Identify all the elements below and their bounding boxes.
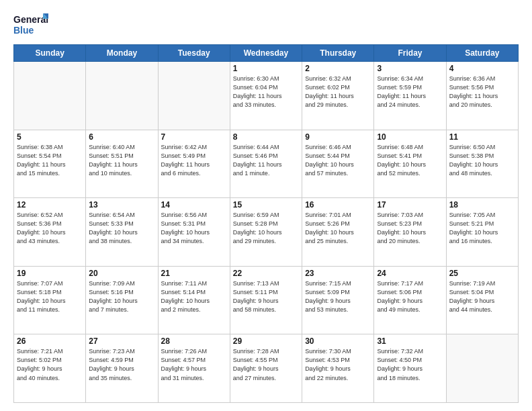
day-number: 25 [449,269,515,278]
day-number: 3 [377,64,443,73]
calendar-cell: 11Sunrise: 6:50 AM Sunset: 5:38 PM Dayli… [446,130,518,198]
day-number: 12 [17,200,83,210]
day-number: 9 [305,132,371,142]
calendar-cell: 19Sunrise: 7:07 AM Sunset: 5:18 PM Dayli… [14,266,86,334]
day-number: 24 [377,269,443,278]
day-number: 1 [233,64,299,73]
day-info: Sunrise: 6:36 AM Sunset: 5:56 PM Dayligh… [449,75,515,109]
calendar-cell [86,62,158,130]
day-info: Sunrise: 7:30 AM Sunset: 4:53 PM Dayligh… [305,347,371,382]
weekday-header-sunday: Sunday [14,45,86,62]
day-info: Sunrise: 7:17 AM Sunset: 5:06 PM Dayligh… [377,279,443,314]
day-info: Sunrise: 6:38 AM Sunset: 5:54 PM Dayligh… [17,143,83,178]
day-number: 20 [89,269,154,278]
day-info: Sunrise: 7:26 AM Sunset: 4:57 PM Dayligh… [161,347,227,382]
day-number: 19 [17,269,83,278]
calendar-cell: 27Sunrise: 7:23 AM Sunset: 4:59 PM Dayli… [86,334,158,403]
calendar-cell: 20Sunrise: 7:09 AM Sunset: 5:16 PM Dayli… [86,266,158,334]
day-number: 6 [89,132,154,142]
calendar-cell: 3Sunrise: 6:34 AM Sunset: 5:59 PM Daylig… [374,62,446,130]
calendar-cell: 6Sunrise: 6:40 AM Sunset: 5:51 PM Daylig… [86,130,158,198]
day-info: Sunrise: 6:50 AM Sunset: 5:38 PM Dayligh… [449,143,515,178]
day-number: 26 [17,336,83,346]
day-info: Sunrise: 6:32 AM Sunset: 6:02 PM Dayligh… [305,75,371,109]
day-number: 8 [233,132,299,142]
day-info: Sunrise: 7:09 AM Sunset: 5:16 PM Dayligh… [89,279,154,314]
calendar-cell: 30Sunrise: 7:30 AM Sunset: 4:53 PM Dayli… [302,334,374,403]
weekday-header-thursday: Thursday [302,45,374,62]
day-info: Sunrise: 7:23 AM Sunset: 4:59 PM Dayligh… [89,347,154,382]
calendar-cell: 10Sunrise: 6:48 AM Sunset: 5:41 PM Dayli… [374,130,446,198]
calendar-cell: 15Sunrise: 6:59 AM Sunset: 5:28 PM Dayli… [230,198,302,267]
calendar-cell: 9Sunrise: 6:46 AM Sunset: 5:44 PM Daylig… [302,130,374,198]
calendar-cell: 18Sunrise: 7:05 AM Sunset: 5:21 PM Dayli… [446,198,518,267]
day-number: 7 [161,132,227,142]
day-number: 17 [377,200,443,210]
calendar-cell: 24Sunrise: 7:17 AM Sunset: 5:06 PM Dayli… [374,266,446,334]
day-info: Sunrise: 6:34 AM Sunset: 5:59 PM Dayligh… [377,75,443,109]
calendar-cell: 16Sunrise: 7:01 AM Sunset: 5:26 PM Dayli… [302,198,374,267]
calendar-cell: 4Sunrise: 6:36 AM Sunset: 5:56 PM Daylig… [446,62,518,130]
calendar-cell: 25Sunrise: 7:19 AM Sunset: 5:04 PM Dayli… [446,266,518,334]
day-number: 5 [17,132,83,142]
day-info: Sunrise: 7:28 AM Sunset: 4:55 PM Dayligh… [233,347,299,382]
calendar-cell: 29Sunrise: 7:28 AM Sunset: 4:55 PM Dayli… [230,334,302,403]
day-number: 18 [449,200,515,210]
calendar-cell: 28Sunrise: 7:26 AM Sunset: 4:57 PM Dayli… [158,334,230,403]
day-info: Sunrise: 6:44 AM Sunset: 5:46 PM Dayligh… [233,143,299,178]
day-info: Sunrise: 6:52 AM Sunset: 5:36 PM Dayligh… [17,211,83,246]
day-info: Sunrise: 7:15 AM Sunset: 5:09 PM Dayligh… [305,279,371,314]
calendar-cell: 1Sunrise: 6:30 AM Sunset: 6:04 PM Daylig… [230,62,302,130]
day-number: 27 [89,336,154,346]
calendar-cell: 31Sunrise: 7:32 AM Sunset: 4:50 PM Dayli… [374,334,446,403]
calendar-cell: 13Sunrise: 6:54 AM Sunset: 5:33 PM Dayli… [86,198,158,267]
calendar-week-row: 19Sunrise: 7:07 AM Sunset: 5:18 PM Dayli… [14,266,519,334]
day-number: 28 [161,336,227,346]
day-info: Sunrise: 7:32 AM Sunset: 4:50 PM Dayligh… [377,347,443,382]
logo: General Blue [13,12,48,38]
calendar-cell: 8Sunrise: 6:44 AM Sunset: 5:46 PM Daylig… [230,130,302,198]
day-number: 10 [377,132,443,142]
weekday-header-wednesday: Wednesday [230,45,302,62]
day-number: 16 [305,200,371,210]
weekday-header-row: SundayMondayTuesdayWednesdayThursdayFrid… [14,45,519,62]
day-number: 15 [233,200,299,210]
day-number: 30 [305,336,371,346]
day-info: Sunrise: 7:13 AM Sunset: 5:11 PM Dayligh… [233,279,299,314]
day-number: 4 [449,64,515,73]
calendar-week-row: 26Sunrise: 7:21 AM Sunset: 5:02 PM Dayli… [14,334,519,403]
day-info: Sunrise: 6:48 AM Sunset: 5:41 PM Dayligh… [377,143,443,178]
day-info: Sunrise: 6:54 AM Sunset: 5:33 PM Dayligh… [89,211,154,246]
logo-icon: General Blue [13,12,48,38]
day-info: Sunrise: 6:46 AM Sunset: 5:44 PM Dayligh… [305,143,371,178]
page: General Blue SundayMondayTuesdayWednesda… [0,0,532,411]
day-info: Sunrise: 7:11 AM Sunset: 5:14 PM Dayligh… [161,279,227,314]
day-info: Sunrise: 7:21 AM Sunset: 5:02 PM Dayligh… [17,347,83,382]
calendar-cell [14,62,86,130]
day-info: Sunrise: 7:03 AM Sunset: 5:23 PM Dayligh… [377,211,443,246]
day-info: Sunrise: 6:56 AM Sunset: 5:31 PM Dayligh… [161,211,227,246]
calendar-table: SundayMondayTuesdayWednesdayThursdayFrid… [13,44,519,403]
calendar-cell: 21Sunrise: 7:11 AM Sunset: 5:14 PM Dayli… [158,266,230,334]
day-number: 11 [449,132,515,142]
calendar-cell: 22Sunrise: 7:13 AM Sunset: 5:11 PM Dayli… [230,266,302,334]
day-number: 2 [305,64,371,73]
day-number: 14 [161,200,227,210]
svg-text:Blue: Blue [13,25,34,36]
weekday-header-monday: Monday [86,45,158,62]
day-info: Sunrise: 6:59 AM Sunset: 5:28 PM Dayligh… [233,211,299,246]
calendar-week-row: 1Sunrise: 6:30 AM Sunset: 6:04 PM Daylig… [14,62,519,130]
calendar-cell: 5Sunrise: 6:38 AM Sunset: 5:54 PM Daylig… [14,130,86,198]
day-info: Sunrise: 6:42 AM Sunset: 5:49 PM Dayligh… [161,143,227,178]
day-info: Sunrise: 6:30 AM Sunset: 6:04 PM Dayligh… [233,75,299,109]
calendar-cell [158,62,230,130]
day-number: 23 [305,269,371,278]
weekday-header-friday: Friday [374,45,446,62]
calendar-cell: 17Sunrise: 7:03 AM Sunset: 5:23 PM Dayli… [374,198,446,267]
calendar-cell: 14Sunrise: 6:56 AM Sunset: 5:31 PM Dayli… [158,198,230,267]
day-info: Sunrise: 6:40 AM Sunset: 5:51 PM Dayligh… [89,143,154,178]
header: General Blue [13,12,519,38]
day-number: 21 [161,269,227,278]
day-info: Sunrise: 7:05 AM Sunset: 5:21 PM Dayligh… [449,211,515,246]
day-info: Sunrise: 7:19 AM Sunset: 5:04 PM Dayligh… [449,279,515,314]
